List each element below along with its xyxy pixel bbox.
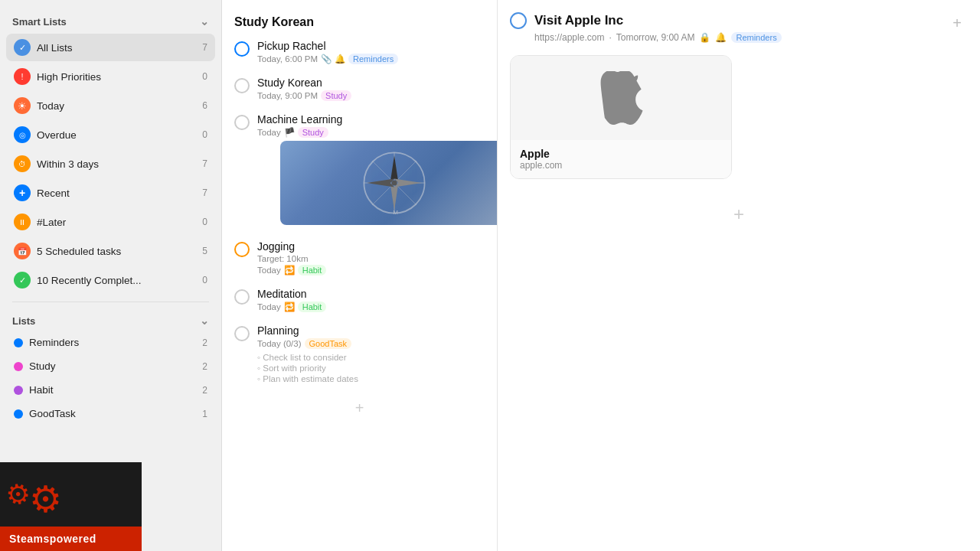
svg-point-9 [391, 180, 397, 185]
sidebar-item-habit[interactable]: Habit 2 [6, 379, 215, 401]
sidebar-item-goodtask[interactable]: GoodTask 1 [6, 403, 215, 425]
sidebar-item-within-3-days[interactable]: ⏱ Within 3 days 7 [6, 150, 215, 178]
task-body-jogging: Jogging Target: 10km Today 🔁 Habit [257, 240, 485, 276]
detail-add-icon: + [952, 15, 962, 32]
recent-label: Recent [37, 187, 196, 199]
task-item-study-korean[interactable]: Study Korean Today, 9:00 PM Study [222, 70, 497, 107]
habit-dot [14, 386, 23, 395]
sidebar-item-high-priorities[interactable]: ! High Priorities 0 [6, 63, 215, 90]
tag-study-korean: Study [321, 90, 351, 101]
recently-complete-icon: ✓ [14, 272, 31, 289]
smart-lists-chevron[interactable]: ⌄ [200, 15, 209, 28]
subtask-1: ◦ Check list to consider [257, 352, 485, 363]
recent-icon: + [14, 184, 31, 201]
reminders-dot [14, 338, 23, 347]
detail-task-title-row: Visit Apple Inc [510, 12, 968, 29]
task-circle-study-korean [234, 78, 250, 93]
sidebar-item-scheduled[interactable]: 📅 5 Scheduled tasks 5 [6, 237, 215, 265]
task-item-machine-learning[interactable]: Machine Learning Today 🏴 Study [222, 107, 497, 234]
steamspowered-label: Steamspowered [9, 533, 96, 545]
flag-icon: 🏴 [284, 127, 295, 138]
task-sub-planning: Today (0/3) GoodTask [257, 338, 485, 349]
lists-chevron[interactable]: ⌄ [200, 315, 209, 327]
recent-count: 7 [202, 187, 207, 198]
task-item-planning[interactable]: Planning Today (0/3) GoodTask ◦ Check li… [222, 318, 497, 390]
svg-text:M: M [393, 209, 398, 216]
task-item-pickup-rachel[interactable]: Pickup Rachel Today, 6:00 PM 📎 🔔 Reminde… [222, 34, 497, 70]
sidebar-item-all-lists[interactable]: ✓ All Lists 7 [6, 34, 215, 61]
sidebar-item-overdue[interactable]: ◎ Overdue 0 [6, 121, 215, 148]
tag-study-ml: Study [298, 127, 328, 138]
website-preview: Apple apple.com [510, 55, 732, 179]
reminders-label: Reminders [29, 337, 196, 348]
detail-tag-reminders: Reminders [731, 32, 781, 43]
detail-lock-icon: 🔒 [699, 32, 710, 43]
detail-task-date: Tomorrow, 9:00 AM [616, 32, 695, 43]
task-circle-meditation [234, 289, 250, 305]
later-label: #Later [37, 217, 196, 228]
detail-task-circle [510, 12, 527, 29]
today-label: Today [37, 100, 196, 112]
today-icon: ☀ [14, 97, 31, 114]
task-date-machine-learning: Today [257, 128, 281, 137]
sidebar-item-reminders[interactable]: Reminders 2 [6, 331, 215, 354]
task-item-meditation[interactable]: Meditation Today 🔁 Habit [222, 282, 497, 318]
task-sub-pickup-rachel: Today, 6:00 PM 📎 🔔 Reminders [257, 54, 485, 64]
goodtask-label: GoodTask [29, 408, 196, 419]
sidebar-item-study[interactable]: Study 2 [6, 355, 215, 377]
website-preview-image [511, 56, 731, 140]
add-task-icon: + [355, 399, 364, 417]
habit-count: 2 [202, 385, 207, 396]
recently-complete-count: 0 [202, 275, 207, 285]
reminders-count: 2 [202, 337, 207, 348]
study-dot [14, 362, 23, 371]
task-body-meditation: Meditation Today 🔁 Habit [257, 288, 485, 312]
detail-panel: + Visit Apple Inc https://apple.com · To… [498, 0, 980, 551]
task-target-jogging: Target: 10km [257, 254, 485, 263]
all-lists-icon: ✓ [14, 39, 31, 56]
attachment-icon: 📎 [321, 54, 332, 64]
website-preview-info: Apple apple.com [511, 140, 731, 178]
sidebar-divider [12, 302, 209, 302]
sidebar-item-recent[interactable]: + Recent 7 [6, 179, 215, 207]
recently-complete-label: 10 Recently Complet... [37, 275, 196, 286]
sidebar-item-later[interactable]: ⏸ #Later 0 [6, 208, 215, 236]
task-item-jogging[interactable]: Jogging Target: 10km Today 🔁 Habit [222, 234, 497, 282]
task-title-meditation: Meditation [257, 288, 485, 300]
task-title-machine-learning: Machine Learning [257, 113, 485, 126]
tag-habit-meditation: Habit [298, 302, 327, 312]
reminder-icon: 🔔 [335, 54, 345, 64]
task-sub-jogging: Today 🔁 Habit [257, 265, 485, 276]
detail-add-note-button[interactable]: + [510, 204, 968, 225]
smart-lists-label: Smart Lists [12, 16, 67, 28]
study-label: Study [29, 360, 196, 372]
detail-meta-separator: · [609, 32, 611, 43]
overdue-icon: ◎ [14, 126, 31, 143]
subtask-3: ◦ Plan with estimate dates [257, 373, 485, 384]
all-lists-label: All Lists [37, 42, 196, 54]
sidebar-item-recently-complete[interactable]: ✓ 10 Recently Complet... 0 [6, 266, 215, 294]
all-lists-count: 7 [202, 42, 207, 53]
task-date-planning: Today (0/3) [257, 339, 302, 348]
within-3-days-icon: ⏱ [14, 155, 31, 172]
task-title-planning: Planning [257, 324, 485, 337]
steamspowered-banner: Steamspowered [0, 527, 142, 551]
within-3-days-count: 7 [202, 158, 207, 169]
later-icon: ⏸ [14, 214, 31, 230]
detail-task-meta: https://apple.com · Tomorrow, 9:00 AM 🔒 … [510, 32, 968, 43]
detail-task-url: https://apple.com [534, 32, 604, 43]
repeat-icon-med: 🔁 [284, 302, 295, 312]
scheduled-label: 5 Scheduled tasks [37, 246, 196, 257]
task-title-pickup-rachel: Pickup Rachel [257, 40, 485, 52]
gear-icon-2: ⚙ [29, 478, 62, 520]
main-content: Study Korean Pickup Rachel Today, 6:00 P… [222, 0, 980, 551]
detail-add-button[interactable]: + [946, 12, 968, 34]
high-priorities-count: 0 [202, 71, 207, 82]
add-task-button[interactable]: + [222, 390, 497, 426]
detail-note-icon: + [733, 204, 744, 225]
detail-reminder-icon: 🔔 [715, 32, 727, 43]
tag-goodtask-planning: GoodTask [305, 338, 352, 349]
sidebar-item-today[interactable]: ☀ Today 6 [6, 92, 215, 119]
habit-label: Habit [29, 384, 196, 396]
apple-logo-svg [594, 71, 648, 125]
